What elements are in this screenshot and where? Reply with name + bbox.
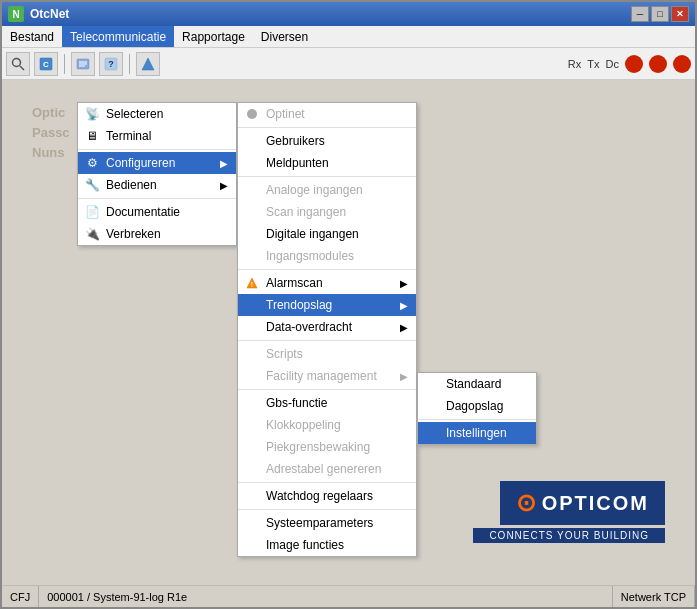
menu-verbreken[interactable]: 🔌 Verbreken bbox=[78, 223, 236, 245]
toolbar-sep-1 bbox=[64, 54, 65, 74]
bg-text-3: Nuns bbox=[32, 145, 65, 160]
tx-indicator bbox=[649, 55, 667, 73]
configureren-menu[interactable]: Optinet Gebruikers Meldpunten Analoge in… bbox=[237, 102, 417, 557]
toolbar-btn-3[interactable] bbox=[71, 52, 95, 76]
conf-sep-6 bbox=[238, 482, 416, 483]
trend-standaard[interactable]: Standaard bbox=[418, 373, 536, 395]
config-watchdog[interactable]: Watchdog regelaars bbox=[238, 485, 416, 507]
config-data-overdracht[interactable]: Data-overdracht ▶ bbox=[238, 316, 416, 338]
configureren-icon: ⚙ bbox=[84, 155, 100, 171]
verbreken-icon: 🔌 bbox=[84, 226, 100, 242]
menu-rapportage[interactable]: Rapportage bbox=[174, 26, 253, 47]
svg-text:!: ! bbox=[251, 281, 253, 288]
menu-telecommunicatie[interactable]: Telecommunicatie bbox=[62, 26, 174, 47]
config-facility: Facility management ▶ bbox=[238, 365, 416, 387]
status-system: 000001 / System-91-log R1e bbox=[39, 586, 613, 607]
trendopslag-menu[interactable]: Standaard Dagopslag Instellingen bbox=[417, 372, 537, 445]
menu-documentatie[interactable]: 📄 Documentatie bbox=[78, 201, 236, 223]
svg-line-1 bbox=[20, 66, 24, 70]
menu-diversen[interactable]: Diversen bbox=[253, 26, 316, 47]
alarmscan-arrow: ▶ bbox=[400, 278, 408, 289]
config-scripts: Scripts bbox=[238, 343, 416, 365]
trend-dagopslag[interactable]: Dagopslag bbox=[418, 395, 536, 417]
data-overdracht-arrow: ▶ bbox=[400, 322, 408, 333]
toolbar-btn-5[interactable] bbox=[136, 52, 160, 76]
dc-label: Dc bbox=[606, 58, 619, 70]
config-meldpunten[interactable]: Meldpunten bbox=[238, 152, 416, 174]
conf-sep-1 bbox=[238, 127, 416, 128]
facility-arrow: ▶ bbox=[400, 371, 408, 382]
conf-sep-7 bbox=[238, 509, 416, 510]
restore-button[interactable]: □ bbox=[651, 6, 669, 22]
conf-sep-2 bbox=[238, 176, 416, 177]
telecom-menu[interactable]: 📡 Selecteren 🖥 Terminal ⚙ Configureren ▶… bbox=[77, 102, 237, 246]
status-cfj: CFJ bbox=[2, 586, 39, 607]
titlebar: N OtcNet ─ □ ✕ bbox=[2, 2, 695, 26]
menu-configureren[interactable]: ⚙ Configureren ▶ bbox=[78, 152, 236, 174]
conf-sep-5 bbox=[238, 389, 416, 390]
status-network: Netwerk TCP bbox=[613, 586, 695, 607]
selecteren-icon: 📡 bbox=[84, 106, 100, 122]
config-optinet: Optinet bbox=[238, 103, 416, 125]
menubar: Bestand Telecommunicatie Rapportage Dive… bbox=[2, 26, 695, 48]
menu-bedienen[interactable]: 🔧 Bedienen ▶ bbox=[78, 174, 236, 196]
tx-label: Tx bbox=[587, 58, 599, 70]
app-icon: N bbox=[8, 6, 24, 22]
menu-bestand[interactable]: Bestand bbox=[2, 26, 62, 47]
menu-selecteren[interactable]: 📡 Selecteren bbox=[78, 103, 236, 125]
terminal-icon: 🖥 bbox=[84, 128, 100, 144]
optinet-icon bbox=[244, 106, 260, 122]
configureren-arrow: ▶ bbox=[220, 158, 228, 169]
statusbar: CFJ 000001 / System-91-log R1e Netwerk T… bbox=[2, 585, 695, 607]
config-klokkoppeling: Klokkoppeling bbox=[238, 414, 416, 436]
svg-text:C: C bbox=[43, 60, 49, 69]
config-scan: Scan ingangen bbox=[238, 201, 416, 223]
dc-indicator bbox=[673, 55, 691, 73]
config-systeemparameters[interactable]: Systeemparameters bbox=[238, 512, 416, 534]
window-title: OtcNet bbox=[30, 7, 631, 21]
config-gbs[interactable]: Gbs-functie bbox=[238, 392, 416, 414]
trendopslag-arrow: ▶ bbox=[400, 300, 408, 311]
opticom-tagline: CONNECTS YOUR BUILDING bbox=[473, 528, 665, 543]
bedienen-arrow: ▶ bbox=[220, 180, 228, 191]
config-image-functies[interactable]: Image functies bbox=[238, 534, 416, 556]
conf-sep-3 bbox=[238, 269, 416, 270]
menu-terminal[interactable]: 🖥 Terminal bbox=[78, 125, 236, 147]
alarmscan-icon: ! bbox=[244, 275, 260, 291]
main-content: Optic Passc Nuns ⊙ OPTICOM CONNECTS YOUR… bbox=[2, 80, 695, 585]
toolbar-right: Rx Tx Dc bbox=[568, 55, 691, 73]
window-controls: ─ □ ✕ bbox=[631, 6, 689, 22]
rx-indicator bbox=[625, 55, 643, 73]
documentatie-icon: 📄 bbox=[84, 204, 100, 220]
bg-text-2: Passc bbox=[32, 125, 70, 140]
svg-point-0 bbox=[13, 58, 21, 66]
config-ingangsmodules: Ingangsmodules bbox=[238, 245, 416, 267]
svg-point-11 bbox=[247, 109, 257, 119]
bedienen-icon: 🔧 bbox=[84, 177, 100, 193]
rx-label: Rx bbox=[568, 58, 581, 70]
bg-text-1: Optic bbox=[32, 105, 65, 120]
toolbar-btn-2[interactable]: C bbox=[34, 52, 58, 76]
config-trendopslag[interactable]: Trendopslag ▶ bbox=[238, 294, 416, 316]
toolbar: C ? Rx Tx Dc bbox=[2, 48, 695, 80]
menu-sep-2 bbox=[78, 198, 236, 199]
config-analoge: Analoge ingangen bbox=[238, 179, 416, 201]
config-digitale[interactable]: Digitale ingangen bbox=[238, 223, 416, 245]
opticom-logo: ⊙ OPTICOM bbox=[500, 481, 665, 525]
config-gebruikers[interactable]: Gebruikers bbox=[238, 130, 416, 152]
config-alarmscan[interactable]: ! Alarmscan ▶ bbox=[238, 272, 416, 294]
toolbar-btn-4[interactable]: ? bbox=[99, 52, 123, 76]
svg-text:?: ? bbox=[108, 59, 114, 69]
conf-sep-4 bbox=[238, 340, 416, 341]
config-adrestabel: Adrestabel genereren bbox=[238, 458, 416, 480]
svg-marker-10 bbox=[142, 58, 154, 70]
toolbar-btn-search[interactable] bbox=[6, 52, 30, 76]
menu-sep-1 bbox=[78, 149, 236, 150]
toolbar-sep-2 bbox=[129, 54, 130, 74]
trend-sep bbox=[418, 419, 536, 420]
close-button[interactable]: ✕ bbox=[671, 6, 689, 22]
minimize-button[interactable]: ─ bbox=[631, 6, 649, 22]
config-piekgrens: Piekgrensbewaking bbox=[238, 436, 416, 458]
trend-instellingen[interactable]: Instellingen bbox=[418, 422, 536, 444]
